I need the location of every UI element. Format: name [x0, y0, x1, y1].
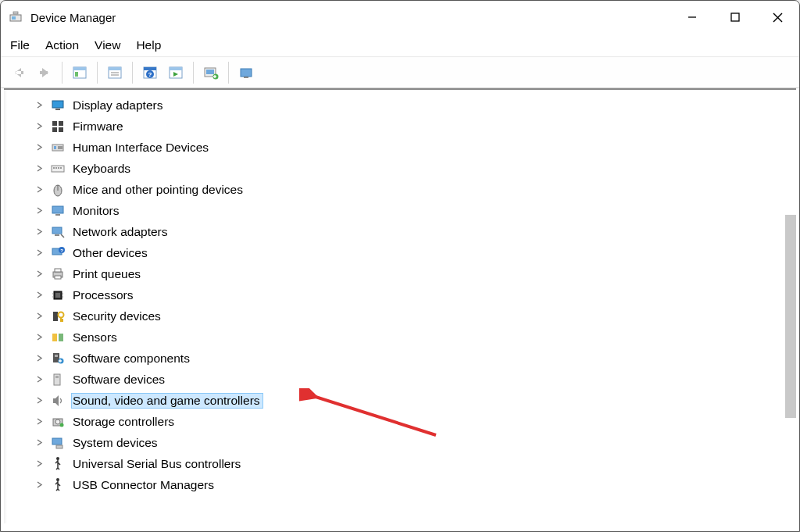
tree-item[interactable]: Print queues: [34, 263, 796, 284]
tree-item[interactable]: System devices: [34, 432, 796, 453]
action-button[interactable]: [164, 61, 188, 84]
tree-item-label[interactable]: Universal Serial Bus controllers: [71, 456, 244, 472]
tree-item-label[interactable]: Firmware: [71, 119, 127, 134]
tree-item-label[interactable]: Processors: [71, 287, 137, 303]
tree-item-label[interactable]: Storage controllers: [71, 414, 177, 430]
tree-item[interactable]: Software devices: [34, 369, 796, 390]
tree-item[interactable]: Security devices: [34, 305, 796, 327]
chevron-right-icon[interactable]: [34, 248, 45, 259]
chevron-right-icon[interactable]: [34, 374, 45, 385]
tree-item-label[interactable]: Human Interface Devices: [71, 140, 212, 155]
svg-rect-25: [52, 101, 63, 108]
chevron-right-icon[interactable]: [34, 353, 45, 364]
tree-item[interactable]: Storage controllers: [34, 411, 796, 432]
svg-rect-43: [52, 227, 62, 234]
tree-item-label[interactable]: Network adapters: [71, 224, 170, 240]
chevron-right-icon[interactable]: [34, 332, 45, 343]
tree-item[interactable]: Network adapters: [34, 221, 796, 242]
menubar: File Action View Help: [1, 34, 799, 57]
toolbar-separator: [97, 62, 98, 84]
chevron-right-icon[interactable]: [34, 100, 45, 111]
toolbar-separator: [193, 62, 194, 84]
tree-item-label[interactable]: Mice and other pointing devices: [71, 182, 246, 198]
show-hide-console-tree-button[interactable]: [68, 61, 91, 84]
chevron-right-icon[interactable]: [34, 395, 45, 406]
close-button[interactable]: [756, 1, 799, 34]
tree-item-label[interactable]: Monitors: [71, 203, 122, 219]
chevron-right-icon[interactable]: [34, 480, 45, 491]
svg-point-67: [55, 420, 60, 424]
svg-text:?: ?: [148, 71, 152, 78]
tree-item-label[interactable]: Software components: [71, 351, 193, 366]
tree-item[interactable]: Monitors: [34, 200, 796, 221]
tree-item-label[interactable]: Print queues: [71, 266, 144, 282]
chevron-right-icon[interactable]: [34, 269, 45, 280]
svg-point-71: [56, 457, 59, 460]
tree-item-label[interactable]: Software devices: [71, 372, 168, 387]
back-button[interactable]: [7, 61, 30, 84]
tree-item[interactable]: Display adapters: [34, 95, 796, 116]
maximize-button[interactable]: [713, 1, 756, 34]
svg-rect-41: [52, 206, 63, 213]
tree-item[interactable]: Mice and other pointing devices: [34, 179, 796, 200]
tree-item[interactable]: USB Connector Managers: [34, 474, 796, 495]
tree-item[interactable]: Universal Serial Bus controllers: [34, 453, 796, 474]
chip-blocks-icon: [50, 119, 66, 134]
tree-item-label[interactable]: System devices: [71, 435, 161, 451]
menu-file[interactable]: File: [10, 38, 30, 52]
add-driver-button[interactable]: [234, 61, 258, 84]
window-title: Device Manager: [30, 11, 116, 24]
svg-rect-50: [55, 276, 61, 279]
tree-item[interactable]: Sensors: [34, 327, 796, 348]
usb-icon: [50, 456, 66, 472]
svg-rect-38: [60, 167, 62, 169]
scan-for-hardware-changes-button[interactable]: [199, 61, 223, 84]
tree-item-label[interactable]: Security devices: [71, 309, 164, 324]
chevron-right-icon[interactable]: [34, 142, 45, 153]
properties-button[interactable]: [103, 61, 127, 84]
chevron-right-icon[interactable]: [34, 416, 45, 427]
monitor-blue-icon: [50, 98, 66, 113]
menu-help[interactable]: Help: [136, 38, 161, 52]
vertical-scrollbar-thumb[interactable]: [785, 215, 796, 418]
tree-item[interactable]: Keyboards: [34, 158, 796, 179]
chevron-right-icon[interactable]: [34, 311, 45, 322]
chevron-right-icon[interactable]: [34, 437, 45, 448]
tree-item-label[interactable]: Sensors: [71, 330, 120, 345]
svg-rect-65: [55, 376, 59, 378]
tree-item[interactable]: Firmware: [34, 116, 796, 137]
chevron-right-icon[interactable]: [34, 163, 45, 174]
software-dev-icon: [50, 372, 66, 387]
svg-point-68: [60, 423, 64, 427]
chevron-right-icon[interactable]: [34, 184, 45, 195]
tree-item[interactable]: Software components: [34, 348, 796, 369]
tree-item[interactable]: ?Other devices: [34, 242, 796, 263]
mouse-icon: [50, 182, 66, 198]
tree-item-label[interactable]: Display adapters: [71, 98, 166, 113]
chevron-right-icon[interactable]: [34, 205, 45, 216]
tree-item-label[interactable]: Keyboards: [71, 161, 134, 177]
help-button[interactable]: ?: [138, 61, 162, 84]
chevron-right-icon[interactable]: [34, 227, 45, 237]
svg-rect-33: [58, 146, 62, 149]
device-tree[interactable]: Display adaptersFirmwareHuman Interface …: [4, 90, 796, 500]
tree-item[interactable]: Sound, video and game controllers: [34, 390, 796, 411]
svg-rect-11: [109, 67, 121, 70]
titlebar: Device Manager: [1, 1, 799, 34]
tree-item-label[interactable]: Other devices: [71, 245, 151, 261]
menu-view[interactable]: View: [95, 38, 120, 52]
forward-button[interactable]: [33, 61, 56, 84]
chevron-right-icon[interactable]: [34, 121, 45, 132]
chevron-right-icon[interactable]: [34, 290, 45, 301]
minimize-button[interactable]: [670, 1, 713, 34]
svg-point-72: [56, 478, 59, 481]
tree-item-label[interactable]: Sound, video and game controllers: [71, 393, 263, 409]
tree-item-label[interactable]: USB Connector Managers: [71, 477, 217, 493]
svg-rect-30: [59, 127, 63, 132]
chevron-right-icon[interactable]: [34, 459, 45, 470]
toolbar-separator: [62, 62, 62, 84]
tree-item[interactable]: Human Interface Devices: [34, 137, 796, 158]
tree-item[interactable]: Processors: [34, 284, 796, 305]
menu-action[interactable]: Action: [45, 38, 79, 52]
svg-rect-23: [241, 69, 252, 77]
